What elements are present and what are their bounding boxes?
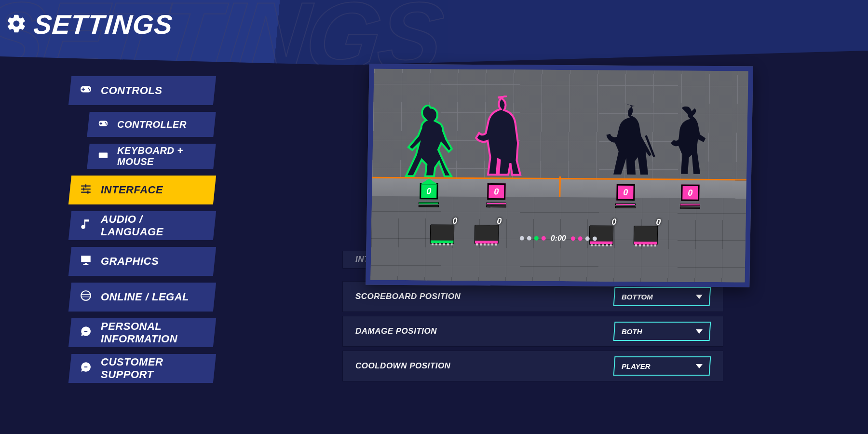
sidebar-item-keyboard-mouse[interactable]: KEYBOARD + MOUSE: [87, 144, 216, 169]
gear-icon: [6, 13, 27, 36]
sidebar-item-online-legal[interactable]: ONLINE / LEGAL: [68, 283, 216, 312]
globe-icon: [80, 289, 92, 305]
gamepad-icon: [98, 118, 108, 131]
score-bars: [419, 202, 439, 207]
score-value: 0: [488, 185, 504, 198]
match-timer: 0:00: [551, 234, 566, 243]
sidebar-item-controls[interactable]: CONTROLS: [68, 76, 216, 105]
chevron-down-icon: [696, 295, 703, 299]
dropdown-cooldown-position[interactable]: PLAYER: [613, 356, 711, 376]
stock-dots-right: [571, 236, 597, 241]
score-bars: [486, 203, 506, 207]
preview-stage: 0 0 0 0 0 0 0: [370, 69, 748, 283]
preview-score-p2: 0: [477, 183, 516, 207]
preview-score-p4: 0: [671, 184, 710, 208]
gamepad-icon: [80, 83, 92, 98]
setting-label: DAMAGE POSITION: [355, 326, 437, 336]
setting-row-cooldown-position: COOLDOWN POSITION PLAYER: [342, 351, 723, 381]
sliders-icon: [80, 182, 92, 198]
interface-preview: 0 0 0 0 0 0 0: [366, 64, 753, 287]
sidebar-item-label: KEYBOARD + MOUSE: [117, 145, 205, 167]
preview-damage-group-left: 0 0: [429, 224, 500, 244]
sidebar-item-personal-information[interactable]: PERSONAL INFORMATION: [68, 318, 216, 347]
dropdown-scoreboard-position[interactable]: BOTTOM: [613, 287, 711, 306]
preview-player-3-silhouette: [599, 101, 658, 179]
sidebar-item-label: CUSTOMER SUPPORT: [101, 356, 205, 381]
stock-dots-left: [520, 236, 546, 240]
setting-label: COOLDOWN POSITION: [355, 361, 450, 371]
damage-card-p1: 0: [429, 224, 456, 244]
dropdown-damage-position[interactable]: BOTH: [613, 322, 711, 341]
damage-value: 0: [656, 217, 661, 227]
page-title: SETTINGS: [6, 9, 173, 40]
chat-bubble-icon: [80, 361, 92, 376]
sidebar-item-customer-support[interactable]: CUSTOMER SUPPORT: [68, 354, 216, 383]
score-value: 0: [682, 186, 698, 200]
dropdown-value: BOTH: [622, 327, 642, 336]
sidebar-item-label: PERSONAL INFORMATION: [101, 320, 205, 345]
damage-value: 0: [611, 217, 616, 227]
page-title-text: SETTINGS: [32, 9, 174, 40]
dropdown-value: PLAYER: [622, 362, 651, 370]
score-badge: 0: [681, 185, 700, 201]
sidebar-item-label: INTERFACE: [101, 184, 163, 196]
setting-label: SCOREBOARD POSITION: [355, 292, 461, 301]
chevron-down-icon: [696, 329, 703, 334]
dropdown-value: BOTTOM: [622, 293, 653, 301]
sidebar-item-label: GRAPHICS: [101, 255, 159, 268]
sidebar-item-graphics[interactable]: GRAPHICS: [68, 247, 216, 276]
damage-value: 0: [497, 216, 502, 226]
sidebar-item-label: AUDIO / LANGUAGE: [101, 213, 205, 238]
sidebar-item-audio-language[interactable]: AUDIO / LANGUAGE: [68, 211, 216, 240]
score-value: 0: [618, 186, 633, 199]
damage-card-p4: 0: [633, 226, 659, 245]
score-bars: [615, 203, 636, 208]
damage-value: 0: [452, 216, 457, 226]
chevron-down-icon: [696, 364, 703, 368]
preview-damage-group-right: 0 0: [588, 225, 659, 245]
score-bars: [680, 204, 700, 209]
sidebar-item-label: CONTROLLER: [117, 119, 187, 130]
preview-player-2-silhouette: [468, 95, 527, 178]
score-badge: 0: [420, 183, 438, 199]
music-note-icon: [80, 218, 92, 233]
sidebar-item-label: CONTROLS: [101, 84, 162, 97]
preview-score-p3: 0: [606, 184, 645, 208]
preview-center-hud: 0:00: [520, 234, 597, 243]
score-value: 0: [421, 184, 436, 198]
damage-card-p2: 0: [474, 225, 500, 244]
monitor-icon: [80, 254, 92, 269]
score-badge: 0: [616, 184, 635, 201]
sidebar-item-interface[interactable]: INTERFACE: [68, 176, 216, 204]
keyboard-icon: [98, 150, 108, 163]
preview-score-p1: 0: [409, 183, 448, 207]
sidebar-item-controller[interactable]: CONTROLLER: [87, 112, 216, 137]
preview-player-1-silhouette: [403, 105, 457, 177]
sidebar-item-label: ONLINE / LEGAL: [101, 291, 189, 303]
setting-row-damage-position: DAMAGE POSITION BOTH: [342, 316, 723, 347]
score-badge: 0: [487, 183, 506, 200]
preview-player-4-silhouette: [665, 106, 710, 179]
settings-sidebar: CONTROLS CONTROLLER KEYBOARD + MOUSE INT…: [70, 76, 215, 383]
chat-bubble-icon: [80, 325, 92, 340]
